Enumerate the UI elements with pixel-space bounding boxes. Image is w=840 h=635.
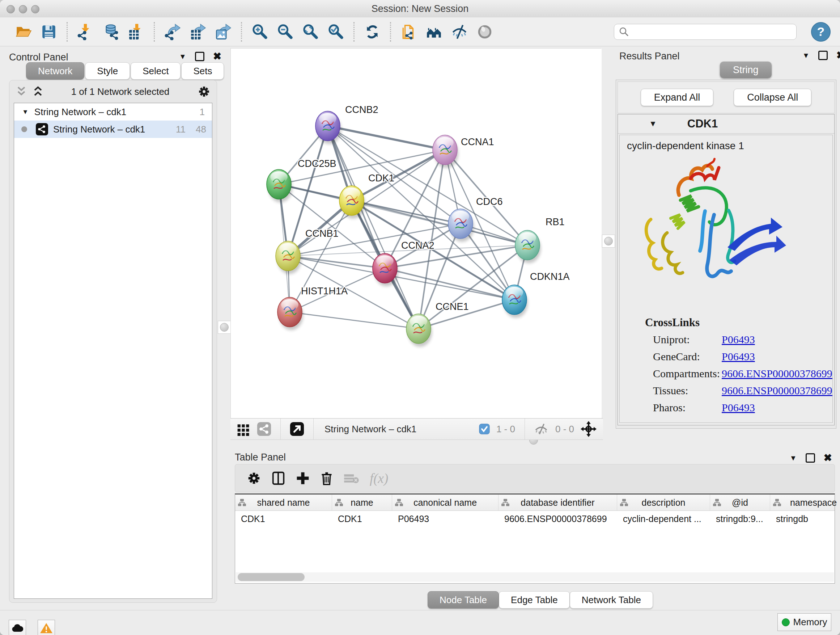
delete-column-icon[interactable] bbox=[319, 470, 334, 486]
crosslink-label: Uniprot: bbox=[653, 333, 722, 346]
network-canvas[interactable]: CCNB2 CCNA1 CDC25B C bbox=[231, 48, 601, 418]
import-network-icon[interactable] bbox=[77, 23, 94, 41]
panel-float-icon[interactable] bbox=[195, 52, 204, 61]
column-sort-icon bbox=[620, 498, 628, 509]
tab-network[interactable]: Network bbox=[26, 62, 84, 80]
collection-count: 1 bbox=[200, 106, 205, 118]
tab-network-table[interactable]: Network Table bbox=[570, 591, 653, 608]
search-box[interactable] bbox=[614, 24, 797, 40]
column-header-description[interactable]: description bbox=[617, 494, 710, 510]
node-entry-header[interactable]: ▼ CDK1 bbox=[618, 114, 834, 134]
network-collection-row[interactable]: ▼ String Network – cdk1 1 bbox=[14, 103, 212, 120]
zoom-fit-icon[interactable] bbox=[302, 23, 319, 41]
table-cell[interactable]: cyclin-dependent ... bbox=[617, 514, 710, 524]
control-panel-tabs: NetworkStyleSelectSets bbox=[26, 62, 225, 80]
birdseye-toggle-icon[interactable] bbox=[581, 421, 597, 437]
crosslink-link[interactable]: P06493 bbox=[722, 350, 755, 363]
save-icon[interactable] bbox=[40, 23, 57, 41]
panel-close-icon[interactable]: ✖ bbox=[213, 53, 221, 60]
memory-button[interactable]: Memory bbox=[777, 613, 831, 631]
crosslink-row: Compartments:9606.ENSP00000378699 bbox=[653, 367, 832, 380]
column-header-canonical-name[interactable]: canonical name bbox=[392, 494, 499, 510]
zoom-out-icon[interactable] bbox=[276, 23, 294, 41]
crosslink-link[interactable]: 9606.ENSP00000378699 bbox=[722, 385, 832, 397]
export-network-icon[interactable] bbox=[164, 23, 181, 41]
entry-name: CDK1 bbox=[687, 117, 718, 130]
add-column-icon[interactable] bbox=[295, 471, 310, 486]
panel-close-icon[interactable]: ✖ bbox=[824, 454, 832, 462]
column-header-namespace[interactable]: namespace bbox=[770, 494, 840, 510]
column-sort-icon bbox=[713, 498, 721, 509]
home-icon[interactable] bbox=[425, 23, 443, 41]
table-row[interactable]: CDK1CDK1P064939606.ENSP00000378699cyclin… bbox=[235, 511, 835, 527]
show-all-icon[interactable] bbox=[476, 23, 493, 41]
crosslink-link[interactable]: P06493 bbox=[722, 402, 755, 414]
refresh-icon[interactable] bbox=[363, 23, 381, 41]
tab-sets[interactable]: Sets bbox=[181, 62, 224, 80]
table-cell[interactable]: stringdb:9... bbox=[710, 514, 770, 524]
protein-structure-image bbox=[636, 156, 792, 297]
hidden-indicator: 0 - 0 bbox=[555, 424, 574, 435]
open-in-new-window-icon[interactable] bbox=[289, 421, 305, 437]
table-gear-icon[interactable] bbox=[246, 470, 262, 486]
column-label: canonical name bbox=[414, 497, 477, 508]
crosslink-link[interactable]: 9606.ENSP00000378699 bbox=[722, 367, 832, 380]
expand-all-button[interactable]: Expand All bbox=[641, 89, 714, 106]
left-splitter-handle[interactable] bbox=[218, 321, 231, 334]
panel-menu-icon[interactable]: ▼ bbox=[179, 52, 186, 61]
tab-style[interactable]: Style bbox=[85, 62, 130, 80]
panel-float-icon[interactable] bbox=[806, 453, 815, 463]
cloud-button[interactable] bbox=[9, 620, 26, 635]
zoom-selected-icon[interactable] bbox=[327, 23, 344, 41]
show-columns-icon[interactable] bbox=[271, 470, 286, 486]
column-label: description bbox=[642, 497, 685, 508]
search-input[interactable] bbox=[630, 26, 796, 38]
crosslink-row: Pharos:P06493 bbox=[653, 402, 755, 414]
table-cell[interactable]: CDK1 bbox=[235, 514, 332, 524]
panel-menu-icon[interactable]: ▼ bbox=[790, 454, 797, 462]
network-manager-toolbar: 1 of 1 Network selected bbox=[9, 80, 217, 103]
table-cell[interactable]: P06493 bbox=[392, 514, 499, 524]
export-image-icon[interactable] bbox=[215, 23, 232, 41]
view-share-icon[interactable] bbox=[256, 421, 272, 437]
warnings-button[interactable] bbox=[38, 620, 55, 635]
column-header-@id[interactable]: @id bbox=[710, 494, 770, 510]
import-database-icon[interactable] bbox=[102, 23, 119, 41]
tab-edge-table[interactable]: Edge Table bbox=[499, 591, 570, 608]
function-builder-icon: f(x) bbox=[370, 470, 388, 486]
column-header-shared-name[interactable]: shared name bbox=[235, 494, 332, 510]
column-header-name[interactable]: name bbox=[332, 494, 392, 510]
import-table-icon[interactable] bbox=[127, 23, 145, 41]
open-icon[interactable] bbox=[15, 23, 32, 41]
crosslink-link[interactable]: P06493 bbox=[722, 333, 755, 346]
column-header-database-identifier[interactable]: database identifier bbox=[499, 494, 617, 510]
entry-collapse-icon[interactable]: ▼ bbox=[649, 119, 657, 128]
selected-checkbox[interactable] bbox=[479, 424, 490, 434]
hscrollbar-thumb[interactable] bbox=[238, 573, 305, 581]
collection-expand-icon[interactable]: ▼ bbox=[22, 108, 28, 116]
network-graph[interactable]: CCNB2 CCNA1 CDC25B C bbox=[231, 49, 602, 418]
table-cell[interactable]: stringdb bbox=[770, 514, 840, 524]
collapse-all-networks-icon[interactable] bbox=[16, 86, 27, 97]
export-table-icon[interactable] bbox=[189, 23, 207, 41]
crosslink-label: Compartments: bbox=[653, 367, 722, 380]
table-cell[interactable]: CDK1 bbox=[332, 514, 392, 524]
crosslink-label: GeneCard: bbox=[653, 350, 722, 363]
toolbar-separator bbox=[66, 22, 68, 42]
help-button[interactable]: ? bbox=[811, 22, 831, 42]
tab-select[interactable]: Select bbox=[131, 62, 180, 80]
table-cell[interactable]: 9606.ENSP00000378699 bbox=[499, 514, 617, 524]
network-label: String Network – cdk1 bbox=[53, 124, 145, 135]
zoom-in-icon[interactable] bbox=[251, 23, 268, 41]
network-options-gear-icon[interactable] bbox=[197, 85, 211, 98]
hidden-eye-slash-icon[interactable] bbox=[534, 423, 549, 435]
expand-all-networks-icon[interactable] bbox=[33, 86, 43, 97]
network-row[interactable]: String Network – cdk1 11 48 bbox=[14, 120, 212, 138]
share-document-icon[interactable] bbox=[400, 23, 417, 41]
view-grid-icon[interactable] bbox=[236, 422, 251, 436]
node-label-CCNA2: CCNA2 bbox=[401, 240, 434, 251]
tab-node-table[interactable]: Node Table bbox=[428, 591, 499, 608]
tab-string[interactable]: String bbox=[720, 62, 772, 78]
collapse-all-button[interactable]: Collapse All bbox=[734, 89, 812, 106]
hide-selected-icon[interactable] bbox=[451, 23, 468, 41]
